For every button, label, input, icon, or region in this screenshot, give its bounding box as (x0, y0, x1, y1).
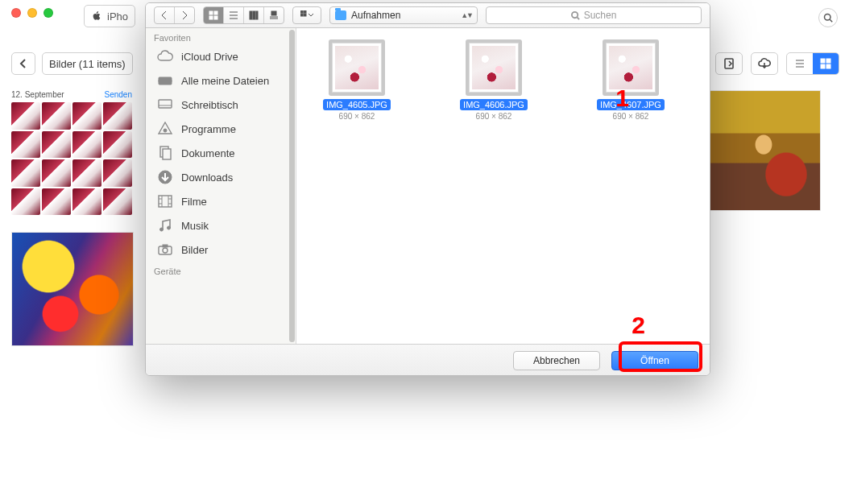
file-item[interactable]: IMG_4607.JPG 690 × 862 (578, 39, 683, 121)
sidebar-item-label: Bilder (181, 244, 208, 256)
coverflow-view-button[interactable] (264, 7, 284, 23)
cloud-button[interactable] (751, 52, 778, 75)
sidebar-item-pictures[interactable]: Bilder (146, 238, 296, 262)
search-icon (823, 13, 833, 23)
nav-back-button[interactable] (155, 7, 175, 23)
close-icon[interactable] (11, 8, 21, 18)
sidebar-item-downloads[interactable]: Downloads (146, 165, 296, 189)
annotation-1: 1 (615, 85, 629, 112)
column-view-button[interactable] (244, 7, 264, 23)
image-thumbnail-icon (609, 46, 652, 89)
svg-rect-23 (271, 11, 276, 15)
svg-rect-21 (253, 11, 255, 19)
device-pill[interactable]: iPho (84, 5, 135, 27)
nav-forward-button[interactable] (175, 7, 194, 23)
gallery-image[interactable] (11, 232, 134, 346)
arrange-group[interactable] (292, 6, 321, 24)
window-controls[interactable] (11, 8, 53, 18)
svg-rect-22 (256, 11, 258, 19)
svg-line-1 (830, 19, 832, 22)
arrange-button[interactable] (293, 7, 321, 23)
album-thumbnail-grid[interactable] (11, 102, 132, 215)
svg-rect-29 (304, 14, 306, 16)
chevron-left-icon (19, 59, 28, 68)
sidebar-item-movies[interactable]: Filme (146, 189, 296, 213)
apple-icon (91, 10, 102, 22)
sidebar-item-allfiles[interactable]: Alle meine Dateien (146, 68, 296, 93)
svg-rect-11 (821, 64, 825, 68)
view-toggle[interactable] (786, 52, 839, 75)
minimize-icon[interactable] (27, 8, 37, 18)
svg-rect-12 (826, 64, 830, 68)
sidebar-item-apps[interactable]: Programme (146, 117, 296, 141)
back-button[interactable] (11, 52, 35, 75)
list-view-button[interactable] (224, 7, 244, 23)
list-icon (229, 10, 238, 20)
spotlight-button[interactable] (818, 8, 838, 27)
open-file-dialog: Aufnahmen ▲▼ Suchen Favoriten iCloud Dri… (145, 2, 710, 376)
annotation-2: 2 (632, 312, 645, 339)
svg-rect-10 (826, 59, 830, 63)
music-icon (157, 218, 173, 233)
chevron-right-icon (180, 10, 189, 20)
sidebar-section-favorites: Favoriten (146, 28, 296, 44)
icon-view-button[interactable] (204, 7, 224, 23)
file-name: IMG_4606.JPG (460, 99, 528, 110)
svg-rect-14 (214, 11, 217, 14)
film-icon (157, 194, 173, 209)
sidebar-item-label: Filme (181, 196, 207, 208)
svg-rect-20 (250, 11, 252, 19)
file-item[interactable]: IMG_4606.JPG 690 × 862 (441, 39, 546, 121)
search-placeholder: Suchen (584, 10, 617, 21)
folder-popup[interactable]: Aufnahmen ▲▼ (329, 6, 478, 24)
view-mode-group[interactable] (203, 6, 284, 24)
folder-name: Aufnahmen (351, 10, 400, 21)
coverflow-icon (269, 10, 279, 20)
svg-rect-33 (159, 81, 172, 81)
zoom-icon[interactable] (43, 8, 53, 18)
import-button[interactable] (715, 52, 743, 75)
svg-rect-51 (163, 245, 168, 247)
svg-rect-15 (209, 16, 213, 19)
breadcrumb-label: Bilder (11 items) (49, 58, 126, 70)
dialog-footer: Abbrechen Öffnen (146, 344, 710, 376)
cancel-button[interactable]: Abbrechen (513, 351, 600, 370)
sidebar-item-label: Musik (181, 220, 209, 232)
image-thumbnail-icon (472, 46, 516, 89)
sidebar-item-label: iCloud Drive (181, 51, 238, 63)
list-view-button[interactable] (787, 53, 813, 74)
svg-rect-26 (300, 10, 303, 13)
device-label: iPho (107, 10, 128, 23)
breadcrumb[interactable]: Bilder (11 items) (42, 52, 133, 75)
nav-back-forward[interactable] (154, 6, 195, 24)
svg-rect-28 (300, 14, 303, 16)
grid-icon (820, 58, 831, 69)
dialog-toolbar: Aufnahmen ▲▼ Suchen (146, 3, 710, 28)
grid-icon (209, 10, 218, 20)
open-button[interactable]: Öffnen (611, 351, 698, 370)
svg-rect-16 (214, 16, 217, 19)
sidebar-item-music[interactable]: Musik (146, 213, 296, 238)
sidebar: Favoriten iCloud Drive Alle meine Dateie… (146, 28, 296, 344)
file-dimensions: 690 × 862 (578, 112, 683, 121)
gallery-image[interactable] (706, 90, 821, 211)
cancel-label: Abbrechen (533, 355, 580, 366)
file-browser[interactable]: IMG_4605.JPG 690 × 862 IMG_4606.JPG 690 … (296, 28, 710, 344)
download-icon (157, 170, 173, 184)
svg-rect-9 (821, 59, 825, 63)
sidebar-item-icloud[interactable]: iCloud Drive (146, 44, 296, 68)
svg-point-48 (168, 226, 171, 229)
file-dimensions: 690 × 862 (304, 112, 409, 121)
sidebar-item-label: Alle meine Dateien (181, 75, 269, 87)
album-date: 12. September (11, 90, 64, 99)
image-thumbnail-icon (335, 46, 379, 89)
import-icon (723, 57, 735, 70)
sidebar-item-desktop[interactable]: Schreibtisch (146, 93, 296, 117)
album-send-link[interactable]: Senden (105, 90, 132, 99)
list-icon (794, 58, 806, 69)
search-input[interactable]: Suchen (486, 6, 702, 24)
file-item[interactable]: IMG_4605.JPG 690 × 862 (304, 39, 409, 121)
sidebar-item-documents[interactable]: Dokumente (146, 141, 296, 165)
svg-rect-34 (159, 100, 172, 108)
grid-view-button[interactable] (813, 53, 839, 74)
